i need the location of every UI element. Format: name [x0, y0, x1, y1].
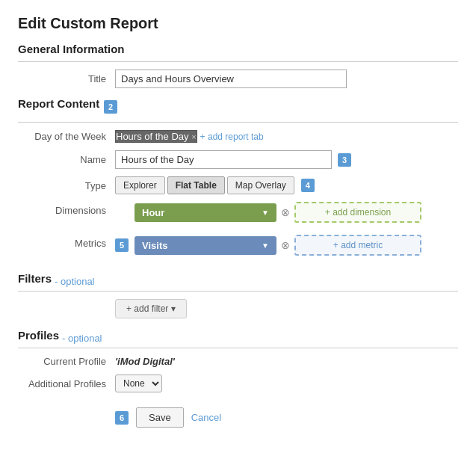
add-filter-label: + add filter	[126, 303, 168, 314]
actions-row: 6 Save Cancel	[115, 407, 458, 428]
type-row: Type Explorer Flat Table Map Overlay 4	[18, 176, 458, 194]
general-information-section: General Information Title	[18, 43, 458, 88]
name-label: Name	[18, 154, 115, 165]
additional-profiles-label: Additional Profiles	[18, 378, 115, 389]
metric-value: Visits	[142, 240, 167, 251]
filters-divider	[18, 291, 458, 292]
type-map-overlay-btn[interactable]: Map Overlay	[227, 176, 294, 194]
filters-title: Filters	[18, 272, 52, 285]
general-divider	[18, 61, 458, 62]
type-label: Type	[18, 180, 115, 191]
metrics-label: Metrics	[18, 235, 115, 249]
report-content-section: Report Content 2 Day of the Week Hours o…	[18, 97, 458, 260]
profiles-divider	[18, 348, 458, 348]
current-profile-value: 'iMod Digital'	[115, 356, 175, 367]
metrics-area: 5 Visits ▼ ⊗ + add metric	[115, 235, 421, 260]
metric-arrow-icon: ▼	[262, 241, 269, 250]
title-input[interactable]	[115, 70, 347, 88]
day-of-week-label: Day of the Week	[18, 131, 115, 142]
add-metric-btn[interactable]: + add metric	[294, 235, 421, 256]
save-button[interactable]: Save	[136, 407, 184, 428]
add-dimension-btn[interactable]: + add dimension	[294, 202, 421, 223]
tabs-row: Day of the Week Hours of the Day × + add…	[18, 130, 458, 143]
dimensions-label: Dimensions	[18, 202, 115, 216]
tab-close-icon[interactable]: ×	[191, 132, 196, 141]
tabs-area: Hours of the Day × + add report tab	[115, 130, 264, 143]
dimension-remove-btn[interactable]: ⊗	[281, 206, 290, 218]
dimension-value: Hour	[142, 207, 164, 218]
metric-remove-btn[interactable]: ⊗	[281, 239, 290, 251]
dimension-item: 5 Hour ▼ ⊗ + add dimension	[115, 202, 421, 223]
page-title: Edit Custom Report	[18, 15, 458, 32]
dimensions-row: Dimensions 5 Hour ▼ ⊗ + add dimension	[18, 202, 458, 227]
add-report-tab-link[interactable]: + add report tab	[200, 132, 264, 142]
add-filter-arrow-icon: ▾	[171, 303, 176, 314]
current-profile-label: Current Profile	[18, 356, 115, 367]
title-label: Title	[18, 73, 115, 84]
report-content-title: Report Content	[18, 97, 99, 110]
name-input[interactable]	[115, 150, 332, 169]
type-explorer-btn[interactable]: Explorer	[115, 176, 165, 194]
tab-hours-of-day[interactable]: Hours of the Day ×	[115, 130, 197, 143]
type-buttons-row: Explorer Flat Table Map Overlay	[115, 176, 297, 194]
additional-profiles-select[interactable]: None	[115, 375, 162, 392]
metrics-row: Metrics 5 Visits ▼ ⊗ + add metric	[18, 235, 458, 260]
profiles-title: Profiles	[18, 329, 59, 342]
profiles-section: Profiles - optional Current Profile 'iMo…	[18, 329, 458, 392]
profiles-optional: - optional	[62, 333, 102, 344]
filters-section: Filters - optional + add filter ▾	[18, 272, 458, 318]
filters-optional: - optional	[55, 276, 94, 287]
dimension-dropdown[interactable]: Hour ▼	[135, 203, 276, 222]
report-content-divider	[18, 122, 458, 123]
additional-profiles-row: Additional Profiles None	[18, 375, 458, 392]
badge-5: 5	[115, 238, 129, 252]
tab-hours-label: Hours of the Day	[116, 131, 189, 142]
badge-2: 2	[104, 100, 117, 114]
cancel-button[interactable]: Cancel	[191, 412, 221, 423]
title-row: Title	[18, 70, 458, 88]
general-info-title: General Information	[18, 43, 458, 55]
badge-6: 6	[115, 411, 129, 425]
badge-4: 4	[301, 179, 315, 192]
dimension-arrow-icon: ▼	[262, 209, 269, 217]
name-row: Name 3	[18, 150, 458, 169]
badge-3: 3	[338, 153, 351, 167]
type-flat-table-btn[interactable]: Flat Table	[167, 176, 225, 194]
dimensions-area: 5 Hour ▼ ⊗ + add dimension	[115, 202, 421, 227]
metric-item: 5 Visits ▼ ⊗ + add metric	[115, 235, 421, 256]
metric-dropdown[interactable]: Visits ▼	[135, 236, 276, 255]
add-filter-btn[interactable]: + add filter ▾	[115, 299, 187, 318]
add-filter-wrapper: + add filter ▾	[115, 299, 458, 318]
current-profile-row: Current Profile 'iMod Digital'	[18, 356, 458, 367]
